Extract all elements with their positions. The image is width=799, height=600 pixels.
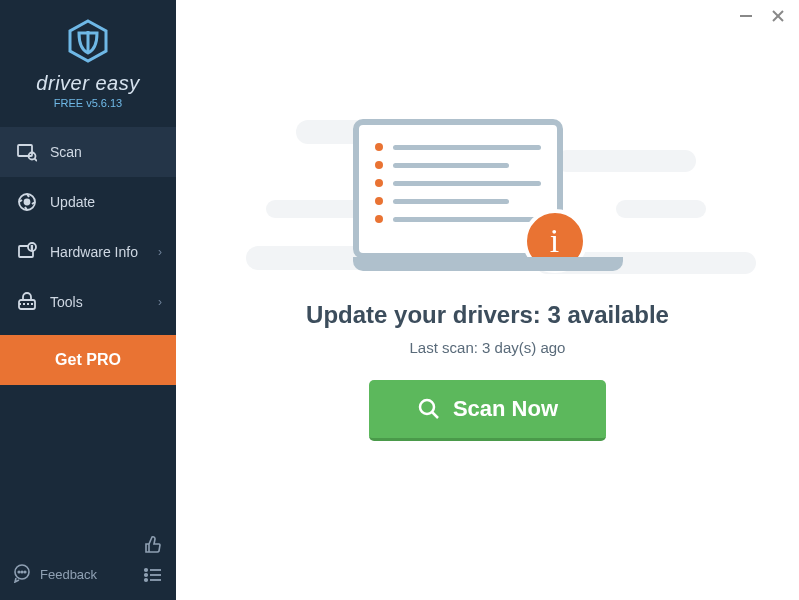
last-scan-label: Last scan: 3 day(s) ago	[410, 339, 566, 356]
logo-area: driver easy FREE v5.6.13	[0, 0, 176, 119]
sidebar-item-hardware-info[interactable]: i Hardware Info ›	[0, 227, 176, 277]
search-icon	[417, 397, 441, 421]
sidebar-item-update[interactable]: Update	[0, 177, 176, 227]
svg-point-9	[25, 200, 30, 205]
sidebar-item-label: Tools	[50, 294, 83, 310]
svg-point-25	[420, 400, 434, 414]
cloud-decoration	[266, 200, 366, 218]
svg-text:i: i	[31, 245, 32, 251]
get-pro-label: Get PRO	[55, 351, 121, 368]
app-window: driver easy FREE v5.6.13 Scan Update i	[0, 0, 799, 600]
svg-point-16	[18, 571, 20, 573]
laptop-base	[353, 257, 623, 271]
get-pro-button[interactable]: Get PRO	[0, 335, 176, 385]
headline: Update your drivers: 3 available	[306, 301, 669, 329]
chevron-right-icon: ›	[158, 295, 162, 309]
scan-now-button[interactable]: Scan Now	[369, 380, 606, 441]
thumbs-up-icon	[143, 535, 163, 555]
svg-point-21	[145, 574, 147, 576]
minimize-icon	[739, 9, 753, 23]
feedback-label: Feedback	[40, 567, 97, 582]
sidebar-item-scan[interactable]: Scan	[0, 127, 176, 177]
svg-line-26	[432, 412, 438, 418]
laptop-screen: i	[353, 119, 563, 259]
titlebar	[725, 0, 799, 34]
sidebar-item-label: Scan	[50, 144, 82, 160]
minimize-button[interactable]	[739, 8, 753, 26]
hardware-info-icon: i	[16, 241, 38, 263]
svg-point-17	[21, 571, 23, 573]
svg-point-19	[145, 569, 147, 571]
version-label: FREE v5.6.13	[0, 97, 176, 109]
logo-icon	[65, 18, 111, 68]
tools-icon	[16, 291, 38, 313]
brand-name: driver easy	[0, 72, 176, 95]
close-icon	[771, 9, 785, 23]
menu-list-icon	[143, 565, 163, 585]
scan-icon	[16, 141, 38, 163]
close-button[interactable]	[771, 8, 785, 26]
svg-point-18	[24, 571, 26, 573]
svg-point-23	[145, 579, 147, 581]
laptop-illustration: i	[353, 119, 623, 273]
svg-line-7	[35, 159, 38, 162]
cloud-decoration	[616, 200, 706, 218]
scan-now-label: Scan Now	[453, 396, 558, 422]
chevron-right-icon: ›	[158, 245, 162, 259]
sidebar: driver easy FREE v5.6.13 Scan Update i	[0, 0, 176, 600]
main-panel: i Update your drivers: 3 available Last …	[176, 0, 799, 600]
bottom-icons	[142, 534, 164, 586]
sidebar-bottom: Feedback	[0, 524, 176, 600]
menu-list-button[interactable]	[142, 564, 164, 586]
thumbs-up-button[interactable]	[142, 534, 164, 556]
sidebar-item-tools[interactable]: Tools ›	[0, 277, 176, 327]
sidebar-item-label: Hardware Info	[50, 244, 138, 260]
feedback-icon	[12, 563, 32, 586]
feedback-button[interactable]: Feedback	[12, 563, 97, 586]
update-icon	[16, 191, 38, 213]
sidebar-item-label: Update	[50, 194, 95, 210]
nav: Scan Update i Hardware Info › Tools	[0, 127, 176, 327]
